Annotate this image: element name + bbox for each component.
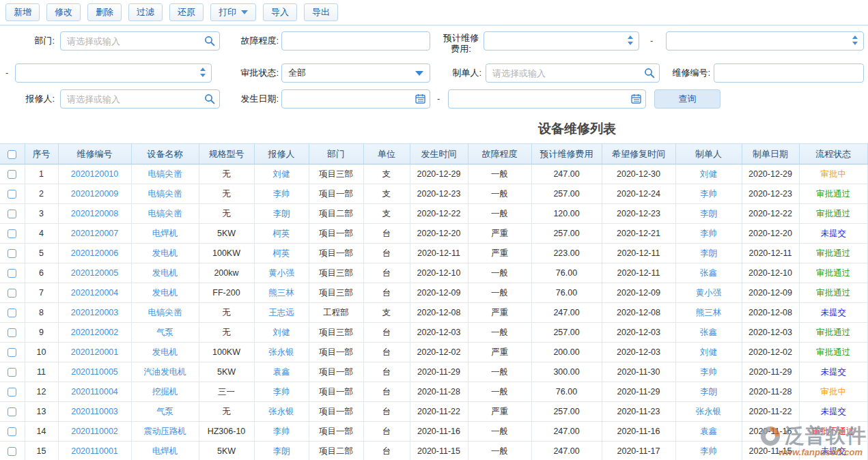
- repair-no-link[interactable]: 2020120008: [58, 204, 131, 224]
- row-checkbox[interactable]: [8, 210, 16, 218]
- approval-status-select[interactable]: 全部: [281, 63, 430, 83]
- maker-link[interactable]: 李朗: [675, 204, 742, 224]
- row-checkbox[interactable]: [8, 269, 16, 278]
- reporter-link[interactable]: 李朗: [254, 442, 309, 460]
- reporter-link[interactable]: 王志远: [254, 303, 309, 323]
- equipment-link[interactable]: 电焊机: [131, 442, 199, 460]
- repair-no-link[interactable]: 2020110002: [58, 422, 131, 442]
- row-checkbox[interactable]: [8, 348, 16, 357]
- toolbar-button-5[interactable]: 还原: [169, 3, 204, 21]
- equipment-link[interactable]: 发电机: [131, 343, 199, 362]
- equipment-link[interactable]: 电镐尖凿: [131, 204, 199, 224]
- reporter-link[interactable]: 袁鑫: [254, 362, 309, 382]
- repair-no-link[interactable]: 2020110003: [58, 402, 131, 422]
- equipment-link[interactable]: 发电机: [131, 244, 199, 263]
- repair-no-link[interactable]: 2020120009: [58, 184, 131, 204]
- repair-no-link[interactable]: 2020120004: [58, 283, 131, 303]
- toolbar-button-1[interactable]: 新增: [5, 3, 40, 21]
- toolbar-button-8[interactable]: 导出: [304, 3, 338, 21]
- row-checkbox[interactable]: [8, 447, 16, 456]
- search-icon[interactable]: [204, 35, 215, 46]
- occur-date-start-input[interactable]: [281, 89, 430, 109]
- calendar-icon[interactable]: [631, 94, 641, 104]
- toolbar-button-6[interactable]: 打印: [210, 3, 256, 21]
- reporter-link[interactable]: 黄小强: [254, 263, 309, 283]
- row-checkbox[interactable]: [8, 289, 16, 298]
- repair-no-link[interactable]: 2020110005: [58, 362, 131, 382]
- maker-link[interactable]: 张鑫: [675, 323, 742, 343]
- maker-search-input[interactable]: [486, 63, 660, 83]
- equipment-link[interactable]: 气泵: [131, 323, 199, 343]
- estimated-cost-min-input[interactable]: [484, 31, 639, 51]
- calendar-icon[interactable]: [415, 94, 425, 104]
- row-checkbox[interactable]: [8, 368, 16, 377]
- repair-no-link[interactable]: 2020120006: [58, 244, 131, 263]
- toolbar-button-2[interactable]: 修改: [46, 3, 81, 21]
- maker-link[interactable]: 李帅: [675, 442, 742, 460]
- repair-no-link[interactable]: 2020110004: [58, 382, 131, 402]
- repair-no-input[interactable]: [714, 63, 864, 83]
- fault-degree-input[interactable]: [281, 31, 430, 51]
- maker-link[interactable]: 李帅: [675, 184, 742, 204]
- repair-no-link[interactable]: 2020120010: [58, 164, 131, 184]
- equipment-link[interactable]: 发电机: [131, 283, 199, 303]
- repair-no-link[interactable]: 2020120007: [58, 224, 131, 244]
- estimated-cost-max-input[interactable]: [666, 31, 864, 51]
- row-checkbox[interactable]: [8, 249, 16, 258]
- maker-link[interactable]: 刘健: [675, 164, 742, 184]
- row-checkbox[interactable]: [8, 328, 16, 337]
- repair-no-link[interactable]: 2020120005: [58, 263, 131, 283]
- repair-no-link[interactable]: 2020110001: [58, 442, 131, 460]
- maker-link[interactable]: 张鑫: [675, 263, 742, 283]
- equipment-link[interactable]: 电焊机: [131, 224, 199, 244]
- maker-link[interactable]: 李帅: [675, 362, 742, 382]
- equipment-link[interactable]: 震动压路机: [131, 422, 199, 442]
- reporter-link[interactable]: 柯英: [254, 244, 309, 263]
- reporter-link[interactable]: 李帅: [254, 382, 309, 402]
- reporter-link[interactable]: 李帅: [254, 422, 309, 442]
- maker-link[interactable]: 黄小强: [675, 283, 742, 303]
- search-icon[interactable]: [644, 68, 655, 78]
- row-checkbox[interactable]: [8, 407, 16, 416]
- reporter-link[interactable]: 刘健: [254, 164, 309, 184]
- reporter-link[interactable]: 张永银: [254, 402, 309, 422]
- maker-link[interactable]: 李帅: [675, 224, 742, 244]
- reporter-link[interactable]: 张永银: [254, 343, 309, 362]
- equipment-link[interactable]: 气泵: [131, 402, 199, 422]
- equipment-link[interactable]: 汽油发电机: [131, 362, 199, 382]
- maker-link[interactable]: 李朗: [675, 244, 742, 263]
- toolbar-button-7[interactable]: 导入: [263, 3, 297, 21]
- select-all-checkbox[interactable]: [8, 150, 16, 159]
- equipment-link[interactable]: 电镐尖凿: [131, 303, 199, 323]
- row-checkbox[interactable]: [8, 170, 16, 179]
- equipment-link[interactable]: 电镐尖凿: [131, 164, 199, 184]
- equipment-link[interactable]: 发电机: [131, 263, 199, 283]
- maker-link[interactable]: 袁鑫: [675, 422, 742, 442]
- row-checkbox[interactable]: [8, 190, 16, 199]
- repair-no-link[interactable]: 2020120002: [58, 323, 131, 343]
- reporter-link[interactable]: 柯英: [254, 224, 309, 244]
- maker-link[interactable]: 张永银: [675, 402, 742, 422]
- row-checkbox[interactable]: [8, 427, 16, 436]
- maker-link[interactable]: 刘健: [675, 343, 742, 362]
- reporter-search-input[interactable]: [60, 89, 220, 109]
- row-checkbox[interactable]: [8, 388, 16, 397]
- range-second-input[interactable]: [15, 63, 212, 83]
- toolbar-button-3[interactable]: 删除: [87, 3, 122, 21]
- row-checkbox[interactable]: [8, 229, 16, 238]
- equipment-link[interactable]: 挖掘机: [131, 382, 199, 402]
- reporter-link[interactable]: 李帅: [254, 184, 309, 204]
- spinner-arrows-icon[interactable]: [628, 35, 633, 45]
- repair-no-link[interactable]: 2020120003: [58, 303, 131, 323]
- reporter-link[interactable]: 熊三林: [254, 283, 309, 303]
- row-checkbox[interactable]: [8, 308, 16, 317]
- occur-date-end-input[interactable]: [448, 89, 646, 109]
- department-search-input[interactable]: [60, 31, 220, 51]
- maker-link[interactable]: 熊三林: [675, 303, 742, 323]
- repair-no-link[interactable]: 2020120001: [58, 343, 131, 362]
- reporter-link[interactable]: 刘健: [254, 323, 309, 343]
- maker-link[interactable]: 李朗: [675, 382, 742, 402]
- search-icon[interactable]: [204, 94, 215, 104]
- toolbar-button-4[interactable]: 过滤: [128, 3, 163, 21]
- spinner-arrows-icon[interactable]: [852, 35, 858, 45]
